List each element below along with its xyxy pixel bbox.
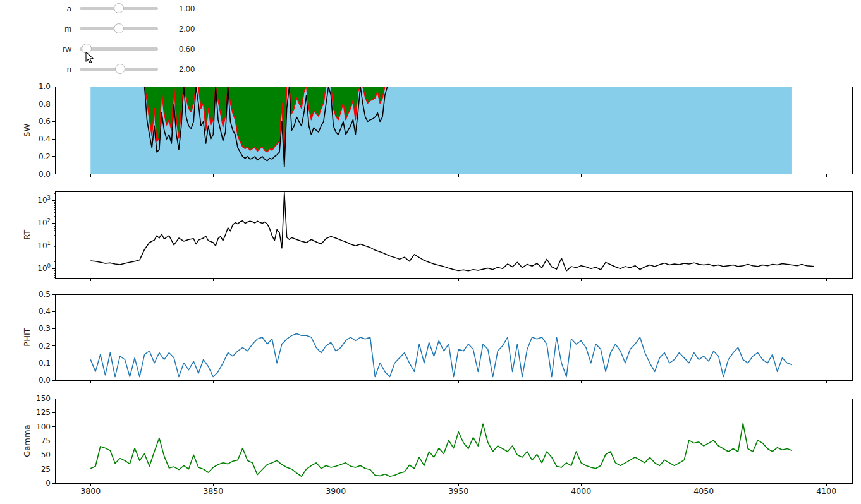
slider-n-track[interactable] — [80, 68, 158, 71]
slider-a-readout: 1.00 — [179, 4, 195, 13]
slider-rw-readout: 0.60 — [179, 44, 195, 54]
gamma-ytick-label: 150 — [36, 394, 51, 403]
slider-panel: a 1.00 m 2.00 rw 0.60 n 2.00 — [0, 0, 195, 79]
slider-rw-label: rw — [0, 44, 71, 54]
slider-a-track[interactable] — [80, 7, 158, 10]
phit-ytick-label: 0.1 — [39, 359, 51, 368]
gamma-ytick-label: 75 — [41, 436, 51, 445]
depth-xtick-label: 3900 — [326, 486, 346, 496]
phit-chart: 0.00.10.20.30.40.5PHIT — [22, 290, 852, 385]
slider-m-readout: 2.00 — [179, 24, 195, 33]
phit-ytick-label: 0.4 — [39, 307, 51, 316]
well-log-figure: 0.00.20.40.60.81.0SW100101102103RT0.00.1… — [0, 79, 861, 504]
rt-ytick-label: 101 — [37, 240, 51, 250]
slider-row-m: m 2.00 — [0, 18, 195, 39]
slider-a-label: a — [0, 4, 71, 13]
gamma-ytick-label: 50 — [41, 450, 51, 459]
sw-chart: 0.00.20.40.60.81.0SW — [22, 82, 852, 179]
gamma-ytick-label: 100 — [36, 423, 51, 431]
sw-ytick-label: 1.0 — [39, 82, 51, 91]
sw-ytick-label: 0.0 — [39, 170, 51, 179]
slider-m-label: m — [0, 24, 71, 33]
slider-row-a: a 1.00 — [0, 0, 195, 18]
slider-n-handle[interactable] — [115, 64, 125, 74]
sw-ytick-label: 0.8 — [39, 100, 51, 109]
gamma-ytick-label: 125 — [36, 408, 51, 417]
sw-ytick-label: 0.2 — [39, 152, 51, 161]
depth-xtick-label: 4000 — [571, 486, 591, 496]
sw-ylabel: SW — [22, 124, 32, 137]
phit-ytick-label: 0.0 — [39, 376, 51, 385]
slider-n-readout: 2.00 — [179, 64, 195, 74]
slider-m-handle[interactable] — [114, 23, 124, 33]
slider-a-handle[interactable] — [114, 3, 124, 13]
gamma-chart: 0255075100125150380038503900395040004050… — [22, 394, 852, 496]
slider-row-rw: rw 0.60 — [0, 39, 195, 59]
gamma-ytick-label: 0 — [46, 479, 51, 488]
phit-ytick-label: 0.3 — [39, 324, 51, 333]
phit-ytick-label: 0.5 — [39, 290, 51, 299]
gamma-ytick-label: 25 — [41, 465, 51, 474]
depth-xtick-label: 4050 — [693, 486, 714, 496]
rt-ytick-label: 102 — [37, 217, 51, 227]
gamma-ylabel: Gamma — [22, 424, 32, 457]
rt-chart: 100101102103RT — [22, 191, 852, 281]
slider-rw-track[interactable] — [80, 47, 158, 51]
mouse-cursor-icon — [85, 52, 95, 64]
rt-ytick-label: 100 — [37, 263, 51, 273]
rt-ylabel: RT — [22, 230, 32, 240]
depth-xtick-label: 3950 — [448, 486, 468, 496]
depth-xtick-label: 4100 — [816, 486, 836, 496]
slider-m-track[interactable] — [80, 27, 158, 30]
phit-ylabel: PHIT — [22, 328, 32, 346]
sw-ytick-label: 0.4 — [39, 135, 51, 143]
slider-row-n: n 2.00 — [0, 59, 195, 79]
sw-ytick-label: 0.6 — [39, 117, 51, 126]
slider-n-label: n — [0, 64, 71, 74]
depth-xtick-label: 3800 — [80, 486, 101, 496]
phit-ytick-label: 0.2 — [39, 342, 51, 351]
rt-ytick-label: 103 — [37, 195, 51, 205]
depth-xtick-label: 3850 — [203, 486, 223, 496]
